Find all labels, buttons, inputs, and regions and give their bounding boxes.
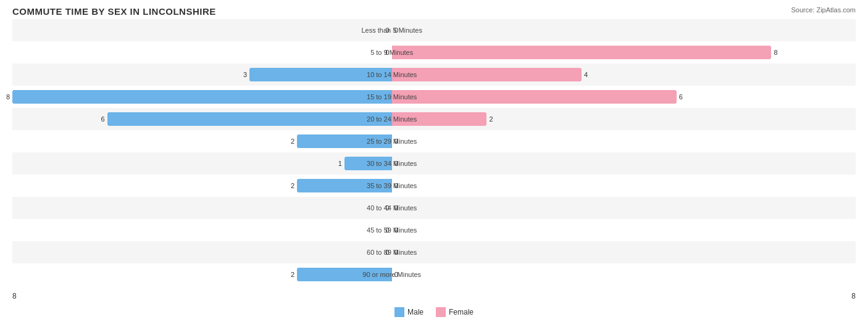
female-value: 4 <box>584 71 588 78</box>
male-value: 2 <box>291 182 294 189</box>
table-row: 40 to 44 Minutes00 <box>12 197 856 219</box>
female-value: 0 <box>394 204 398 212</box>
table-row: 35 to 39 Minutes20 <box>12 175 856 197</box>
female-value: 0 <box>394 271 398 278</box>
female-value: 8 <box>774 49 777 56</box>
legend: Male Female <box>394 307 474 317</box>
female-bar <box>392 90 677 104</box>
male-label: Male <box>407 308 424 316</box>
male-color-box <box>394 307 404 317</box>
table-row: 45 to 59 Minutes00 <box>12 219 856 241</box>
chart-container: COMMUTE TIME BY SEX IN LINCOLNSHIRE Sour… <box>0 0 868 322</box>
female-value: 0 <box>394 249 398 256</box>
male-bar <box>12 90 392 104</box>
row-label: 60 to 89 Minutes <box>367 249 417 256</box>
female-value: 0 <box>394 226 398 234</box>
table-row: 20 to 24 Minutes62 <box>12 108 856 130</box>
female-color-box <box>436 307 446 317</box>
table-row: 25 to 29 Minutes20 <box>12 130 856 152</box>
male-bar <box>249 68 392 81</box>
female-value: 0 <box>394 138 398 145</box>
table-row: 10 to 14 Minutes34 <box>12 64 856 86</box>
row-label: Less than 5 Minutes <box>361 27 422 34</box>
male-value: 2 <box>291 138 294 145</box>
row-label: 45 to 59 Minutes <box>367 226 417 234</box>
female-label: Female <box>449 308 474 316</box>
axis-right-value: 8 <box>851 292 856 300</box>
male-value: 0 <box>386 49 390 56</box>
chart-title: COMMUTE TIME BY SEX IN LINCOLNSHIRE <box>12 6 856 17</box>
chart-area: Less than 5 Minutes005 to 9 Minutes0810 … <box>12 19 856 286</box>
female-value: 0 <box>394 27 398 34</box>
male-value: 0 <box>386 204 390 212</box>
male-value: 0 <box>386 226 390 234</box>
legend-male: Male <box>394 307 424 317</box>
male-value: 8 <box>6 93 10 101</box>
male-bar <box>107 112 392 126</box>
female-value: 2 <box>489 115 493 123</box>
female-value: 0 <box>394 182 398 189</box>
male-bar <box>297 134 392 148</box>
table-row: Less than 5 Minutes00 <box>12 19 856 41</box>
male-bar <box>297 268 392 281</box>
male-bar <box>344 157 392 170</box>
male-value: 6 <box>101 115 105 123</box>
table-row: 5 to 9 Minutes08 <box>12 41 856 64</box>
male-bar <box>297 179 392 192</box>
male-value: 2 <box>291 271 294 278</box>
legend-female: Female <box>436 307 474 317</box>
female-bar <box>392 112 487 126</box>
male-value: 0 <box>386 249 390 256</box>
source-text: Source: ZipAtlas.com <box>791 6 856 14</box>
table-row: 15 to 19 Minutes86 <box>12 86 856 108</box>
female-value: 0 <box>394 160 398 167</box>
male-value: 1 <box>338 160 342 167</box>
female-value: 6 <box>679 93 683 101</box>
female-bar <box>392 68 582 81</box>
row-label: 40 to 44 Minutes <box>367 204 417 212</box>
male-value: 0 <box>386 27 390 34</box>
table-row: 30 to 34 Minutes10 <box>12 152 856 175</box>
male-value: 3 <box>243 71 247 78</box>
table-row: 60 to 89 Minutes00 <box>12 241 856 263</box>
female-bar <box>392 46 772 59</box>
axis-left-value: 8 <box>12 292 17 300</box>
table-row: 90 or more Minutes20 <box>12 263 856 286</box>
